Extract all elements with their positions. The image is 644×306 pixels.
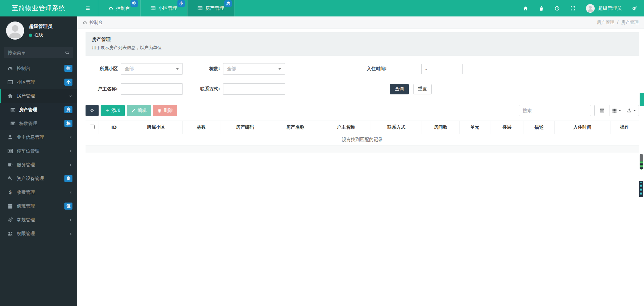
topbar: 至简物业管理系统 控制台 控 小区管理 小 房产管理 房 超级管理员 [0,0,644,16]
home-icon[interactable] [523,6,528,11]
delete-button[interactable]: 删除 [153,105,177,116]
tab-property-management[interactable]: 房产管理 房 [187,0,234,16]
user-menu[interactable]: 超级管理员 [586,4,622,13]
tab-community-management[interactable]: 小区管理 小 [140,0,187,16]
toggle-view-button[interactable] [594,105,609,116]
coffee-cup-icon [7,162,13,168]
sidebar-item-owner-info[interactable]: 业主信息管理 [0,130,77,144]
tab-label: 房产管理 [205,5,224,11]
user-icon [7,134,13,140]
menu-search-input[interactable] [4,47,73,58]
select-all-cell [86,121,99,134]
toolbar-right [519,105,639,116]
sidebar-item-duty[interactable]: 值班管理 值 [0,199,77,213]
select-all-checkbox[interactable] [90,125,95,129]
table-icon [7,79,13,85]
chevron-left-icon [68,149,72,153]
menu-search [4,47,73,58]
sidebar-item-label: 停车位管理 [17,148,68,154]
scroll-indicator-dark[interactable] [639,181,643,197]
checkin-start-input[interactable] [390,64,422,74]
col-community: 所属小区 [129,121,183,134]
reset-button[interactable]: 重置 [413,84,432,94]
cogs-icon[interactable] [632,6,637,11]
scroll-indicator-stripes [640,161,643,170]
caret-down-icon [619,110,621,111]
app-brand: 至简物业管理系统 [0,0,77,16]
sidebar-item-label: 服务管理 [17,162,68,168]
checkin-end-input[interactable] [431,64,463,74]
tab-badge: 房 [224,0,232,7]
filter-form: 所属小区 全部 栋数: 全部 入住时间: - 户主名称: 联 [86,63,639,95]
list-view-icon [600,108,604,113]
table-search-input[interactable] [519,105,591,116]
owner-name-input[interactable] [121,83,183,95]
columns-button[interactable] [609,105,624,116]
delete-button-label: 删除 [164,107,173,114]
avatar[interactable] [6,21,24,40]
sidebar-item-badge: 房 [64,106,72,113]
breadcrumb-parent: 房产管理 [597,19,614,26]
sidebar-item-assets[interactable]: 资产设备管理 资 [0,172,77,185]
sidebar-item-label: 常规管理 [17,217,68,223]
sidebar-item-parking[interactable]: 停车位管理 [0,144,77,158]
col-unit: 单元 [460,121,490,134]
breadcrumb-path: 房产管理 / 房产管理 [597,19,639,26]
sidebar-item-general[interactable]: 常规管理 [0,213,77,227]
online-status-label: 在线 [35,32,43,38]
trash-icon[interactable] [539,6,544,11]
sidebar-item-badge: 控 [64,65,72,72]
chevron-left-icon [68,218,72,222]
tab-badge: 控 [130,0,138,7]
query-button[interactable]: 查询 [390,84,409,94]
add-button[interactable]: 添加 [101,105,125,116]
sidebar-item-badge: 值 [64,203,72,210]
sidebar-item-permissions[interactable]: 权限管理 [0,227,77,241]
tab-dashboard[interactable]: 控制台 控 [98,0,140,16]
chevron-down-icon [68,94,72,98]
sidebar-item-fees[interactable]: $ 收费管理 [0,185,77,199]
export-button[interactable] [624,105,639,116]
sidebar-item-label: 小区管理 [17,79,64,85]
breadcrumb-separator: / [617,19,619,26]
refresh-button[interactable] [86,105,99,116]
edit-button[interactable]: 编辑 [127,105,151,116]
panel-body: 所属小区 全部 栋数: 全部 入住时间: - 户主名称: 联 [86,63,639,153]
community-label: 所属小区 [86,66,121,72]
sidebar-toggle-button[interactable] [77,0,98,16]
sidebar-item-property-parent[interactable]: 房产管理 [0,89,77,103]
sidebar-item-dashboard[interactable]: 控制台 控 [0,61,77,75]
sidebar-item-community[interactable]: 小区管理 小 [0,75,77,89]
topbar-user-name: 超级管理员 [598,5,622,11]
grid-columns-icon [612,108,617,113]
col-building: 栋数 [183,121,220,134]
scroll-indicator-pill[interactable] [640,154,643,170]
users-icon [7,231,13,236]
sidebar: 超级管理员 在线 控制台 控 小区管理 小 房产管理 [0,16,77,306]
tab-label: 控制台 [116,5,130,11]
gauge-icon [108,6,113,11]
sidebar-item-label: 业主信息管理 [17,134,68,140]
svg-text:$: $ [9,189,12,195]
caret-down-icon [633,110,636,111]
history-clock-icon[interactable] [554,6,560,11]
edge-accent-tab[interactable] [640,93,644,106]
sidebar-item-service[interactable]: 服务管理 [0,158,77,172]
chevron-left-icon [68,232,72,236]
breadcrumb[interactable]: 控制台 [83,19,103,26]
community-select[interactable]: 全部 [121,63,183,75]
building-select[interactable]: 全部 [223,63,285,75]
search-icon[interactable] [65,50,70,55]
sidebar-item-building-count[interactable]: 栋数管理 栋 [0,117,77,130]
sidebar-item-property-list[interactable]: 房产管理 房 [0,103,77,117]
building-select-value: 全部 [227,66,236,72]
fullscreen-icon[interactable] [570,6,576,11]
view-button-group [594,105,639,116]
col-property-name: 房产名称 [270,121,321,134]
breadcrumb-current: 房产管理 [621,19,639,26]
sidebar-item-badge: 小 [64,79,72,86]
col-owner-name: 户主名称 [321,121,371,134]
filter-buttons: 查询 重置 [390,84,472,94]
property-submenu: 房产管理 房 栋数管理 栋 [0,103,77,130]
contact-input[interactable] [223,83,285,95]
